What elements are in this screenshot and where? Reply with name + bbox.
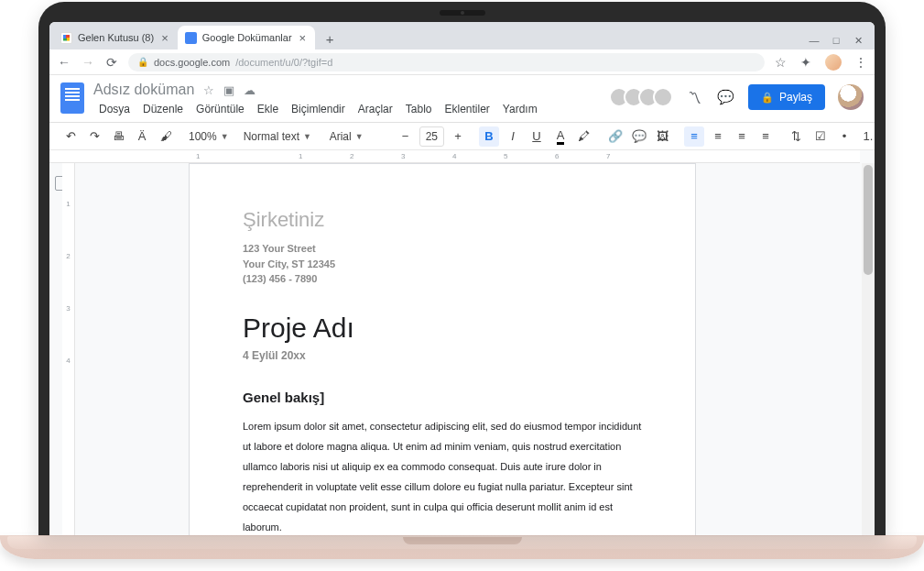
insert-comment-button[interactable]: 💬 — [629, 126, 649, 147]
zoom-select[interactable]: 100%▼ — [183, 126, 234, 147]
menu-table[interactable]: Tablo — [400, 101, 438, 117]
bold-button[interactable]: B — [479, 126, 499, 147]
menu-edit[interactable]: Düzenle — [137, 101, 189, 117]
company-name[interactable]: Şirketiniz — [243, 208, 642, 232]
window-minimize-icon[interactable]: — — [809, 35, 820, 46]
tab-close-icon[interactable]: × — [159, 31, 170, 45]
star-icon[interactable]: ☆ — [774, 56, 787, 69]
vertical-ruler[interactable]: 1 2 3 4 — [49, 163, 75, 535]
title-row: Adsız doküman ☆ ▣ ☁ — [93, 81, 605, 99]
redo-button[interactable]: ↷ — [84, 126, 104, 147]
line-spacing-button[interactable]: ⇅ — [787, 126, 807, 147]
extensions-icon[interactable]: ✦ — [799, 56, 812, 69]
italic-button[interactable]: I — [503, 126, 523, 147]
align-right-button[interactable]: ≡ — [732, 126, 752, 147]
nav-reload-button[interactable]: ⟳ — [104, 55, 119, 70]
spellcheck-button[interactable]: Ä — [132, 126, 152, 147]
laptop-frame: Gelen Kutusu (8) × Google Dokümanlar × +… — [0, 0, 924, 571]
lock-icon: 🔒 — [137, 57, 148, 67]
url-input[interactable]: 🔒 docs.google.com/document/u/0/?tgif=d — [128, 53, 765, 71]
move-icon[interactable]: ▣ — [223, 83, 234, 97]
browser-tabstrip: Gelen Kutusu (8) × Google Dokümanlar × +… — [49, 22, 875, 49]
new-tab-button[interactable]: + — [319, 27, 341, 49]
scrollbar-thumb[interactable] — [864, 165, 873, 275]
font-value: Arial — [330, 130, 352, 143]
share-button[interactable]: 🔒 Paylaş — [748, 84, 825, 110]
tab-close-icon[interactable]: × — [298, 31, 309, 45]
url-path: /document/u/0/?tgif=d — [235, 57, 332, 68]
url-host: docs.google.com — [154, 57, 230, 68]
underline-button[interactable]: U — [527, 126, 547, 147]
profile-avatar-icon[interactable] — [825, 54, 842, 71]
company-address[interactable]: 123 Your Street Your City, ST 12345 (123… — [243, 241, 642, 287]
account-avatar-icon[interactable] — [838, 84, 864, 110]
print-button[interactable]: 🖶 — [108, 126, 128, 147]
font-size-input[interactable]: 25 — [419, 126, 444, 147]
docs-header: Adsız doküman ☆ ▣ ☁ Dosya Düzenle Görünt… — [49, 75, 875, 123]
activity-icon[interactable]: 〽 — [686, 88, 704, 106]
paragraph-style-select[interactable]: Normal text▼ — [238, 126, 321, 147]
presence-avatars[interactable] — [614, 87, 673, 107]
camera-icon — [440, 10, 485, 16]
checklist-button[interactable]: ☑ — [810, 126, 831, 147]
formatting-toolbar: ↶ ↷ 🖶 Ä 🖌 100%▼ Normal text▼ Arial▼ — [49, 123, 875, 150]
window-controls: — □ ✕ — [803, 35, 869, 49]
menu-format[interactable]: Biçimlendir — [286, 101, 351, 117]
bulleted-list-button[interactable]: • — [834, 126, 854, 147]
doc-title-input[interactable]: Adsız doküman — [93, 82, 194, 98]
screen-bezel: Gelen Kutusu (8) × Google Dokümanlar × +… — [38, 2, 886, 535]
comments-icon[interactable]: 💬 — [717, 88, 735, 106]
tab-title: Gelen Kutusu (8) — [78, 32, 154, 43]
window-maximize-icon[interactable]: □ — [831, 35, 842, 46]
avatar — [653, 87, 673, 107]
menu-view[interactable]: Görüntüle — [190, 101, 250, 117]
font-size-increase-button[interactable]: + — [448, 126, 468, 147]
zoom-value: 100% — [189, 130, 217, 143]
vertical-scrollbar[interactable] — [862, 163, 875, 535]
font-size-value: 25 — [426, 130, 438, 143]
align-center-button[interactable]: ≡ — [708, 126, 728, 147]
menu-bar: Dosya Düzenle Görüntüle Ekle Biçimlendir… — [93, 101, 605, 122]
horizontal-ruler[interactable]: 1 1 2 3 4 5 6 7 — [49, 150, 860, 163]
insert-image-button[interactable]: 🖼 — [653, 126, 673, 147]
text-color-button[interactable]: A — [550, 126, 571, 147]
menu-addons[interactable]: Eklentiler — [439, 101, 495, 117]
doc-meta: Adsız doküman ☆ ▣ ☁ Dosya Düzenle Görünt… — [93, 81, 605, 122]
highlight-color-button[interactable]: 🖍 — [574, 126, 594, 147]
document-page[interactable]: Şirketiniz 123 Your Street Your City, ST… — [189, 163, 696, 535]
laptop-notch — [403, 537, 522, 544]
menu-tools[interactable]: Araçlar — [353, 101, 398, 117]
share-label: Paylaş — [779, 91, 812, 104]
paint-format-button[interactable]: 🖌 — [156, 126, 176, 147]
font-size-decrease-button[interactable]: − — [396, 126, 416, 147]
project-date[interactable]: 4 Eylül 20xx — [243, 349, 642, 362]
numbered-list-button[interactable]: 1. — [858, 126, 875, 147]
window-close-icon[interactable]: ✕ — [853, 35, 864, 46]
align-left-button[interactable]: ≡ — [684, 126, 704, 147]
menu-insert[interactable]: Ekle — [252, 101, 284, 117]
document-canvas: 1 1 2 3 4 5 6 7 1 2 3 4 — [49, 150, 875, 535]
browser-menu-icon[interactable]: ⋮ — [854, 56, 867, 69]
docs-favicon-icon — [185, 32, 197, 44]
body-paragraph[interactable]: Lorem ipsum dolor sit amet, consectetur … — [243, 416, 642, 536]
undo-button[interactable]: ↶ — [60, 126, 81, 147]
title-icons: ☆ ▣ ☁ — [203, 83, 255, 97]
tab-gmail[interactable]: Gelen Kutusu (8) × — [53, 26, 178, 49]
align-justify-button[interactable]: ≡ — [756, 126, 776, 147]
project-title[interactable]: Proje Adı — [243, 313, 642, 344]
cloud-status-icon[interactable]: ☁ — [244, 83, 255, 97]
nav-forward-button[interactable]: → — [81, 55, 95, 70]
insert-link-button[interactable]: 🔗 — [605, 126, 625, 147]
font-select[interactable]: Arial▼ — [324, 126, 388, 147]
docs-logo-icon[interactable] — [60, 82, 84, 114]
tab-docs[interactable]: Google Dokümanlar × — [178, 26, 315, 49]
star-icon[interactable]: ☆ — [203, 83, 214, 97]
header-right: 〽 💬 🔒 Paylaş — [614, 84, 864, 110]
menu-file[interactable]: Dosya — [93, 101, 136, 117]
section-heading[interactable]: Genel bakış] — [243, 390, 642, 405]
browser-addressbar: ← → ⟳ 🔒 docs.google.com/document/u/0/?tg… — [49, 49, 875, 75]
nav-back-button[interactable]: ← — [57, 55, 71, 70]
addressbar-right: ☆ ✦ ⋮ — [774, 54, 867, 71]
gmail-favicon-icon — [60, 32, 72, 44]
menu-help[interactable]: Yardım — [497, 101, 543, 117]
